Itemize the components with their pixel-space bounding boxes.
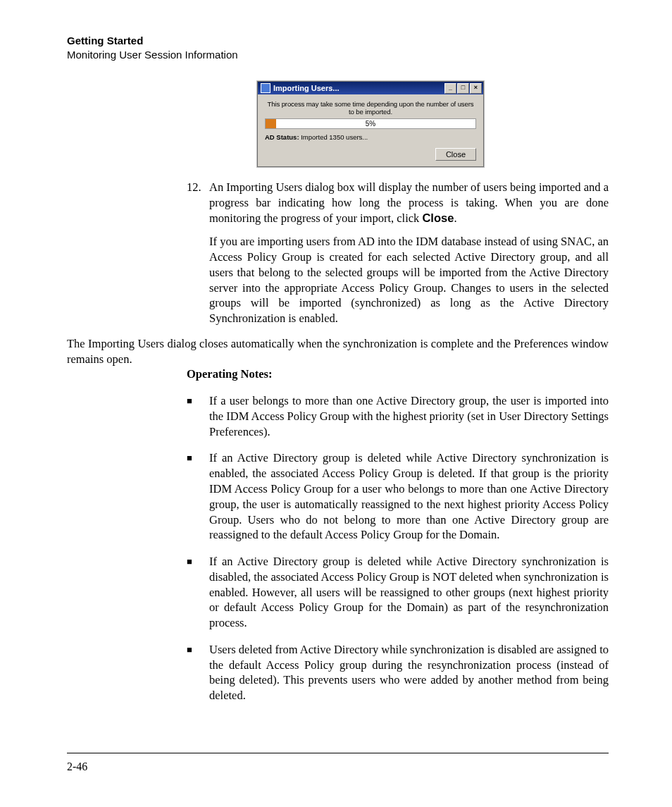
step12-p1-a: An Importing Users dialog box will displ… <box>209 180 609 225</box>
header-subtitle: Monitoring User Session Information <box>67 48 609 62</box>
screenshot-figure: Importing Users... _ □ × This process ma… <box>257 81 609 167</box>
document-page: Getting Started Monitoring User Session … <box>0 0 672 802</box>
operating-notes-list: ■ If a user belongs to more than one Act… <box>187 393 609 703</box>
body-content: 12. An Importing Users dialog box will d… <box>67 180 609 774</box>
step-text: An Importing Users dialog box will displ… <box>209 180 609 326</box>
button-row: Close <box>265 148 476 161</box>
importing-users-dialog: Importing Users... _ □ × This process ma… <box>257 81 484 167</box>
page-footer: 2-46 <box>67 753 609 774</box>
window-buttons: _ □ × <box>444 83 482 94</box>
list-item: ■ If an Active Directory group is delete… <box>187 450 609 543</box>
dialog-body: This process may take some time dependin… <box>258 94 483 166</box>
list-item: ■ Users deleted from Active Directory wh… <box>187 642 609 703</box>
dialog-title: Importing Users... <box>273 84 444 92</box>
bullet-icon: ■ <box>187 393 197 439</box>
bullet-icon: ■ <box>187 554 197 631</box>
list-item: ■ If a user belongs to more than one Act… <box>187 393 609 439</box>
status-value: Imported 1350 users... <box>301 133 368 141</box>
maximize-button[interactable]: □ <box>457 83 469 94</box>
operating-notes-heading: Operating Notes: <box>187 366 609 382</box>
step12-p1-bold: Close <box>422 211 454 224</box>
step12-paragraph-2: If you are importing users from AD into … <box>209 234 609 326</box>
page-number: 2-46 <box>67 760 87 772</box>
bullet-text: Users deleted from Active Directory whil… <box>209 642 609 703</box>
dialog-message: This process may take some time dependin… <box>265 100 476 116</box>
app-icon <box>261 83 270 93</box>
step12-paragraph-1: An Importing Users dialog box will displ… <box>209 180 609 226</box>
bullet-icon: ■ <box>187 642 197 703</box>
step-number: 12. <box>187 180 205 326</box>
progress-percent: 5% <box>266 119 475 128</box>
minimize-button[interactable]: _ <box>444 83 456 94</box>
list-item: ■ If an Active Directory group is delete… <box>187 554 609 631</box>
status-label: AD Status: <box>265 133 299 141</box>
bullet-text: If a user belongs to more than one Activ… <box>209 393 609 439</box>
step12-p1-b: . <box>454 211 456 225</box>
bullet-text: If an Active Directory group is deleted … <box>209 554 609 631</box>
bullet-icon: ■ <box>187 450 197 543</box>
header-title: Getting Started <box>67 34 609 48</box>
close-button[interactable]: Close <box>435 148 476 161</box>
dialog-titlebar: Importing Users... _ □ × <box>258 82 483 94</box>
close-x-button[interactable]: × <box>470 83 482 94</box>
status-line: AD Status: Imported 1350 users... <box>265 133 476 141</box>
bullet-text: If an Active Directory group is deleted … <box>209 450 609 543</box>
step-12: 12. An Importing Users dialog box will d… <box>187 180 609 326</box>
closing-paragraph: The Importing Users dialog closes automa… <box>67 336 609 367</box>
progress-bar: 5% <box>265 118 476 129</box>
page-header: Getting Started Monitoring User Session … <box>67 34 609 61</box>
